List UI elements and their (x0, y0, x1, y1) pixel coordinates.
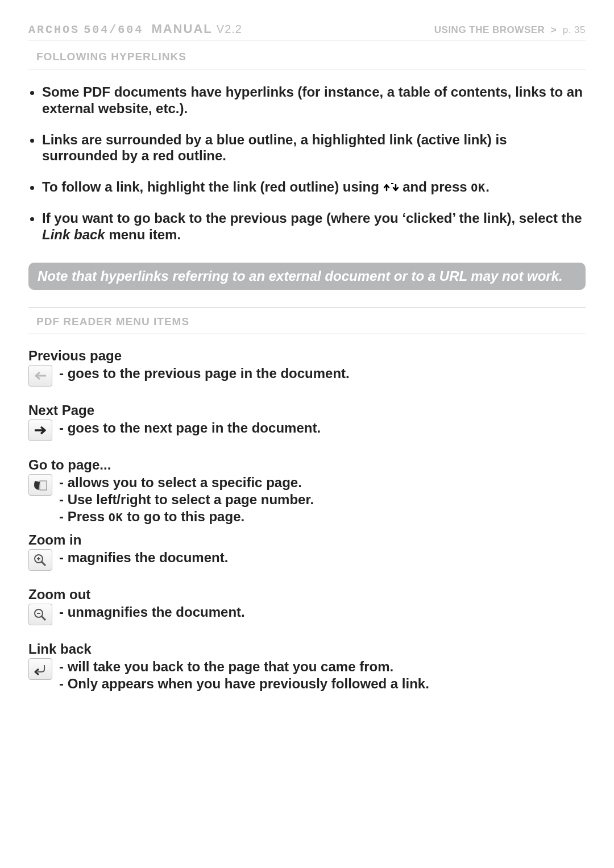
menu-item-title: Go to page... (28, 457, 586, 473)
menu-item-lines: goes to the next page in the document. (59, 420, 321, 437)
arrow-right-icon (28, 420, 52, 441)
menu-item-lines: magnifies the document. (59, 549, 228, 566)
chevron-right-icon: > (551, 24, 557, 35)
menu-item-title: Link back (28, 641, 586, 657)
menu-item-next-page: Next Page goes to the next page in the d… (28, 402, 586, 441)
section-pdf-reader-menu: PDF READER MENU ITEMS (28, 307, 586, 334)
ok-icon: OK (471, 181, 486, 194)
bullet-tail: menu item. (105, 227, 181, 242)
header-left: ARCHOS 504/604 MANUAL V2.2 (28, 22, 242, 36)
ok-icon: OK (109, 510, 123, 524)
bullet-item: Some PDF documents have hyperlinks (for … (42, 84, 586, 117)
link-back-em: Link back (42, 227, 105, 242)
menu-item-lines: unmagnifies the document. (59, 604, 245, 621)
menu-items: Previous page goes to the previous page … (28, 348, 586, 692)
note-box: Note that hyperlinks referring to an ext… (28, 263, 586, 290)
svg-rect-0 (40, 481, 47, 490)
model: 504/604 (84, 23, 143, 36)
manual-label: MANUAL (151, 22, 212, 36)
zoom-in-icon (28, 549, 52, 571)
page-number: p. 35 (563, 24, 586, 35)
bullet-item: To follow a link, highlight the link (re… (42, 179, 586, 196)
menu-item-line: allows you to select a specific page. (59, 474, 314, 491)
menu-item-title: Previous page (28, 348, 586, 364)
menu-item-previous-page: Previous page goes to the previous page … (28, 348, 586, 387)
menu-item-line: magnifies the document. (59, 549, 228, 566)
bullet-tail: . (486, 179, 489, 194)
menu-item-line: Only appears when you have previously fo… (59, 675, 429, 692)
menu-item-go-to-page: Go to page... allows you to select a spe… (28, 457, 586, 525)
up-down-arrows-icon (383, 179, 399, 194)
arrow-left-faded-icon (28, 365, 52, 387)
bullet-text: Links are surrounded by a blue outline, … (42, 132, 507, 164)
section-following-hyperlinks: FOLLOWING HYPERLINKS (28, 43, 586, 69)
page-turn-icon (28, 474, 52, 496)
menu-item-zoom-in: Zoom in magnifies the document. (28, 532, 586, 571)
menu-item-title: Zoom out (28, 587, 586, 603)
menu-item-lines: goes to the previous page in the documen… (59, 365, 350, 382)
menu-item-zoom-out: Zoom out unmagnifies the document. (28, 587, 586, 625)
page-header: ARCHOS 504/604 MANUAL V2.2 USING THE BRO… (28, 22, 586, 40)
menu-item-title: Zoom in (28, 532, 586, 548)
bullet-item: If you want to go back to the previous p… (42, 210, 586, 243)
menu-item-lines: will take you back to the page that you … (59, 658, 429, 692)
menu-item-title: Next Page (28, 402, 586, 418)
bullet-text-mid: and press (399, 179, 471, 194)
bullet-text: If you want to go back to the previous p… (42, 210, 582, 226)
menu-item-line: will take you back to the page that you … (59, 658, 429, 675)
link-back-icon (28, 658, 52, 680)
svg-line-6 (42, 616, 45, 620)
bullet-text: To follow a link, highlight the link (re… (42, 179, 383, 194)
header-right: USING THE BROWSER > p. 35 (434, 24, 586, 36)
menu-item-line: Press OK to go to this page. (59, 508, 314, 525)
svg-line-2 (42, 562, 45, 566)
menu-item-link-back: Link back will take you back to the page… (28, 641, 586, 692)
version: V2.2 (217, 23, 242, 35)
bullet-text: Some PDF documents have hyperlinks (for … (42, 84, 583, 116)
menu-item-line: unmagnifies the document. (59, 604, 245, 621)
menu-item-line: Use left/right to select a page number. (59, 491, 314, 508)
bullet-item: Links are surrounded by a blue outline, … (42, 132, 586, 165)
menu-item-line: goes to the previous page in the documen… (59, 365, 350, 382)
menu-item-line: goes to the next page in the document. (59, 420, 321, 437)
brand: ARCHOS (28, 23, 80, 36)
section-name: USING THE BROWSER (434, 24, 545, 35)
bullet-list: Some PDF documents have hyperlinks (for … (28, 69, 586, 260)
zoom-out-icon (28, 604, 52, 625)
menu-item-lines: allows you to select a specific page. Us… (59, 474, 314, 525)
